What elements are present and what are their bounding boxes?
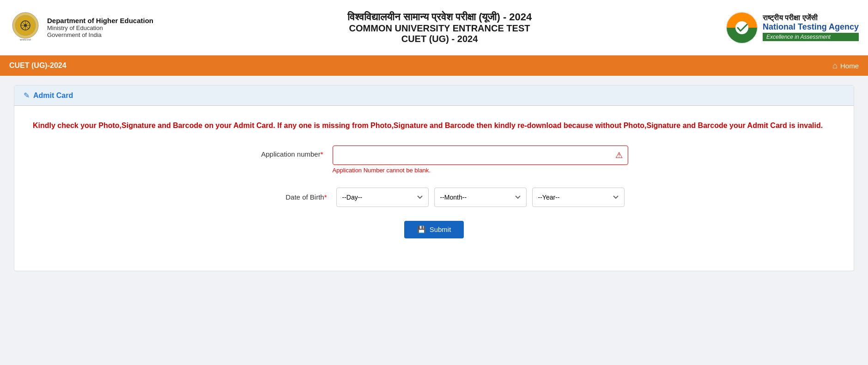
header-left: सत्यमेव जयते Department of Higher Educat… — [9, 12, 153, 44]
edit-icon: ✎ — [24, 91, 30, 100]
main-content: ✎ Admit Card Kindly check your Photo,Sig… — [0, 76, 868, 280]
app-number-wrap: ⚠ Application Number cannot be blank. — [333, 146, 628, 174]
card-header-title: Admit Card — [33, 91, 73, 100]
card-body: Kindly check your Photo,Signature and Ba… — [14, 106, 854, 252]
nta-english: National Testing Agency — [763, 22, 859, 32]
year-select[interactable]: --Year-- — [532, 188, 625, 207]
warning-message: Kindly check your Photo,Signature and Ba… — [33, 120, 835, 132]
cuet-title: CUET (UG) - 2024 — [153, 34, 726, 44]
submit-row: 💾 Submit — [33, 221, 835, 238]
dob-required-star: * — [324, 193, 327, 201]
application-number-input[interactable] — [333, 146, 628, 165]
submit-button[interactable]: 💾 Submit — [404, 221, 464, 238]
navbar-brand: CUET (UG)-2024 — [9, 61, 67, 70]
govt-text: Government of India — [47, 31, 153, 38]
admit-card-panel: ✎ Admit Card Kindly check your Photo,Sig… — [14, 85, 854, 271]
nta-tagline: Excellence in Assessment — [763, 33, 859, 41]
header-center: विश्वविद्यालयीन सामान्य प्रवेश परीक्षा (… — [153, 11, 726, 44]
header-right: राष्ट्रीय परीक्षा एजेंसी National Testin… — [726, 12, 859, 44]
dept-info: Department of Higher Education Ministry … — [47, 17, 153, 38]
day-select[interactable]: --Day-- — [336, 188, 429, 207]
home-label: Home — [840, 62, 859, 70]
nta-logo: राष्ट्रीय परीक्षा एजेंसी National Testin… — [726, 12, 859, 44]
hindi-title: विश्वविद्यालयीन सामान्य प्रवेश परीक्षा (… — [153, 11, 726, 23]
card-header: ✎ Admit Card — [14, 85, 854, 106]
india-emblem-icon: सत्यमेव जयते — [9, 12, 42, 44]
eng-title: COMMON UNIVERSITY ENTRANCE TEST — [153, 23, 726, 34]
dob-group: Date of Birth* --Day-- --Month-- --Year-… — [33, 188, 835, 207]
home-icon: ⌂ — [832, 61, 838, 71]
warning-icon: ⚠ — [615, 150, 623, 160]
submit-label: Submit — [430, 225, 451, 233]
app-number-label: Application number* — [240, 146, 333, 158]
nta-circle-icon — [726, 12, 758, 44]
nta-text: राष्ट्रीय परीक्षा एजेंसी National Testin… — [763, 14, 859, 41]
required-star: * — [321, 150, 323, 158]
ministry-text: Ministry of Education — [47, 24, 153, 31]
month-select[interactable]: --Month-- — [434, 188, 527, 207]
nta-hindi: राष्ट्रीय परीक्षा एजेंसी — [763, 14, 859, 22]
application-number-group: Application number* ⚠ Application Number… — [33, 146, 835, 174]
svg-text:सत्यमेव जयते: सत्यमेव जयते — [19, 38, 31, 41]
app-number-input-wrapper: ⚠ — [333, 146, 628, 165]
submit-icon: 💾 — [417, 225, 426, 234]
home-link[interactable]: ⌂ Home — [832, 61, 859, 71]
page-header: सत्यमेव जयते Department of Higher Educat… — [0, 0, 868, 55]
app-number-error: Application Number cannot be blank. — [333, 167, 628, 174]
dob-selects: --Day-- --Month-- --Year-- — [336, 188, 625, 207]
navbar: CUET (UG)-2024 ⌂ Home — [0, 55, 868, 76]
dept-name: Department of Higher Education — [47, 17, 153, 24]
dob-label: Date of Birth* — [244, 193, 336, 201]
